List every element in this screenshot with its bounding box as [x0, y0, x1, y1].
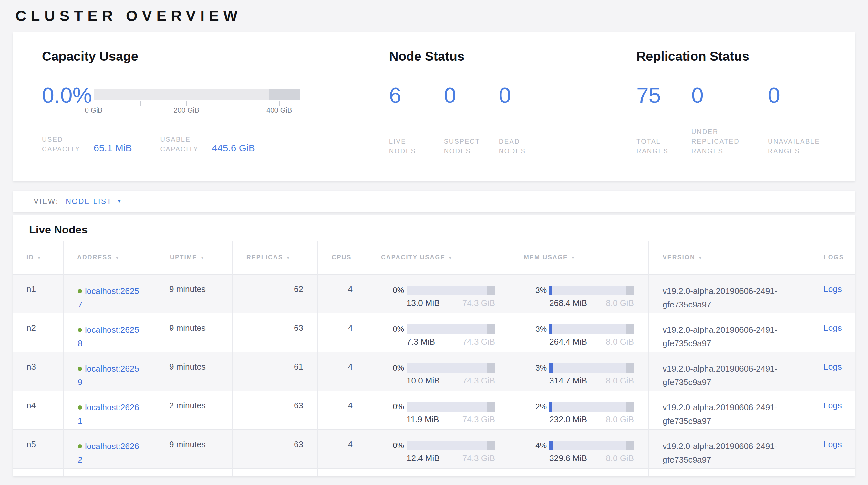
node-version: v19.2.0-alpha.20190606-2491-gfe735c9a97 — [649, 391, 810, 429]
mem-usage-bar-fill — [549, 286, 552, 295]
stat-value: 0 — [499, 83, 554, 107]
node-live-status-icon — [78, 328, 82, 332]
column-header-capacity-usage[interactable]: CAPACITY USAGE▼ — [367, 241, 510, 274]
node-address-link[interactable]: localhost:26258 — [78, 325, 139, 348]
node-version: v19.2.0-alpha.20190606-2491-gfe735c9a97 — [649, 429, 810, 468]
capacity-axis-labels: 0 GiB200 GiB400 GiB — [94, 106, 300, 115]
node-live-status-icon — [78, 405, 82, 410]
capacity-stat: USABLECAPACITY 445.6 GiB — [160, 135, 255, 154]
column-header-mem-usage[interactable]: MEM USAGE▼ — [510, 241, 649, 274]
node-address-link[interactable]: localhost:26262 — [78, 441, 139, 465]
node-status-title: Node Status — [389, 49, 637, 64]
node-address-cell: localhost:26257 — [63, 274, 156, 313]
mem-usage-percent: 3% — [528, 325, 547, 334]
node-status-stat: 0 DEADNODES — [499, 83, 554, 156]
capacity-usage-cell: 0% 7.3 MiB 74.3 GiB — [367, 313, 510, 352]
node-logs-cell: Logs — [810, 352, 855, 391]
capacity-usage-percent: 0% — [385, 286, 404, 295]
mem-usage-total-value: 8.0 GiB — [606, 376, 634, 386]
capacity-bar-track — [94, 89, 300, 99]
mem-usage-bar-reserved — [626, 441, 634, 450]
node-uptime: 9 minutes — [156, 352, 232, 391]
mem-usage-used-value: 314.7 MiB — [549, 376, 587, 386]
mem-usage-total-value: 8.0 GiB — [606, 415, 634, 425]
live-nodes-table: ID▼ADDRESS▼UPTIME▼REPLICAS▼CPUSCAPACITY … — [13, 241, 855, 476]
stat-label: TOTALRANGES — [637, 137, 691, 156]
sort-caret-icon: ▼ — [115, 255, 120, 260]
mem-usage-cell: 3% 268.4 MiB 8.0 GiB — [510, 274, 649, 313]
node-id: n2 — [13, 313, 63, 352]
capacity-usage-section: Capacity Usage 0.0% 0 GiB200 GiB400 GiB … — [42, 49, 389, 181]
capacity-usage-chart: 0.0% 0 GiB200 GiB400 GiB — [42, 83, 389, 115]
replication-status-stat: 75 TOTALRANGES — [637, 83, 691, 156]
mem-usage-bar — [549, 324, 634, 334]
view-dropdown[interactable]: NODE LIST — [66, 197, 112, 206]
cluster-overview-page: CLUSTER OVERVIEW Capacity Usage 0.0% 0 G… — [0, 0, 868, 485]
view-label: VIEW: — [34, 197, 58, 206]
sort-caret-icon: ▼ — [448, 255, 453, 260]
column-header-address[interactable]: ADDRESS▼ — [63, 241, 156, 274]
live-nodes-title: Live Nodes — [29, 222, 855, 237]
capacity-usage-cell: 0% 10.0 MiB 74.3 GiB — [367, 352, 510, 391]
node-status-stats: 6 LIVENODES 0 SUSPECTNODES 0 DEADNODES — [389, 83, 637, 156]
mem-usage-cell: 3% 264.4 MiB 8.0 GiB — [510, 313, 649, 352]
node-cpus: 4 — [318, 313, 367, 352]
capacity-stats: USEDCAPACITY 65.1 MiB USABLECAPACITY 445… — [42, 135, 389, 154]
node-uptime: 2 minutes — [156, 391, 232, 429]
node-address-link[interactable]: localhost:26257 — [78, 286, 139, 309]
table-row: n5 localhost:26262 9 minutes 63 4 0% 12.… — [13, 429, 855, 468]
column-header-version[interactable]: VERSION▼ — [649, 241, 810, 274]
column-header-uptime[interactable]: UPTIME▼ — [156, 241, 232, 274]
page-title: CLUSTER OVERVIEW — [16, 7, 242, 25]
logs-link[interactable]: Logs — [824, 362, 841, 372]
capacity-usage-cell: 0% 12.4 MiB 74.3 GiB — [367, 429, 510, 468]
node-id: n3 — [13, 352, 63, 391]
mem-usage-percent: 3% — [528, 286, 547, 295]
mem-usage-used-value: 329.6 MiB — [549, 453, 587, 463]
chevron-down-icon[interactable]: ▼ — [117, 199, 122, 204]
logs-link[interactable]: Logs — [824, 401, 841, 410]
mem-usage-used-value: 268.4 MiB — [549, 298, 587, 308]
logs-link[interactable]: Logs — [824, 323, 841, 333]
logs-link[interactable]: Logs — [824, 439, 841, 449]
live-nodes-title-wrap: Live Nodes — [13, 215, 855, 241]
node-replicas: 63 — [232, 313, 318, 352]
capacity-usage-cell: 0% 11.9 MiB 74.3 GiB — [367, 391, 510, 429]
capacity-stat-label: USEDCAPACITY — [42, 135, 94, 154]
capacity-usage-bar — [407, 402, 495, 411]
capacity-usage-total-value: 74.3 GiB — [462, 376, 495, 386]
mem-usage-bar — [549, 363, 634, 373]
capacity-usage-total-value: 74.3 GiB — [462, 453, 495, 463]
node-version: v19.2.0-alpha.20190606-2491-gfe735c9a97 — [649, 274, 810, 313]
capacity-usage-bar-reserved — [487, 324, 495, 334]
column-header-id[interactable]: ID▼ — [13, 241, 63, 274]
node-status-stat: 0 SUSPECTNODES — [444, 83, 499, 156]
mem-usage-percent: 4% — [528, 441, 547, 450]
node-uptime: 9 minutes — [156, 313, 232, 352]
axis-tick — [233, 101, 234, 106]
table-row-partial — [13, 468, 855, 476]
node-address-link[interactable]: localhost:26259 — [78, 364, 139, 387]
capacity-stat-value: 445.6 GiB — [212, 143, 255, 154]
node-address-link[interactable]: localhost:26261 — [78, 403, 139, 426]
replication-status-stat: 0 UNAVAILABLERANGES — [768, 83, 842, 156]
mem-usage-cell: 4% 329.6 MiB 8.0 GiB — [510, 429, 649, 468]
stat-value: 0 — [444, 83, 499, 107]
node-address-cell: localhost:26262 — [63, 429, 156, 468]
logs-link[interactable]: Logs — [824, 284, 841, 294]
node-uptime: 9 minutes — [156, 429, 232, 468]
node-live-status-icon — [78, 289, 82, 293]
capacity-usage-bar-reserved — [487, 402, 495, 411]
mem-usage-used-value: 264.4 MiB — [549, 337, 587, 347]
column-header-replicas[interactable]: REPLICAS▼ — [232, 241, 318, 274]
live-nodes-card: Live Nodes ID▼ADDRESS▼UPTIME▼REPLICAS▼CP… — [13, 215, 855, 476]
table-row: n1 localhost:26257 9 minutes 62 4 0% 13.… — [13, 274, 855, 313]
view-selector-bar: VIEW: NODE LIST ▼ — [13, 191, 855, 212]
node-live-status-icon — [78, 367, 82, 371]
node-logs-cell: Logs — [810, 391, 855, 429]
mem-usage-bar-reserved — [626, 286, 634, 295]
node-cpus: 4 — [318, 429, 367, 468]
replication-status-stat: 0 UNDER-REPLICATEDRANGES — [691, 83, 768, 156]
capacity-usage-total-value: 74.3 GiB — [462, 415, 495, 425]
mem-usage-bar-fill — [549, 363, 553, 373]
